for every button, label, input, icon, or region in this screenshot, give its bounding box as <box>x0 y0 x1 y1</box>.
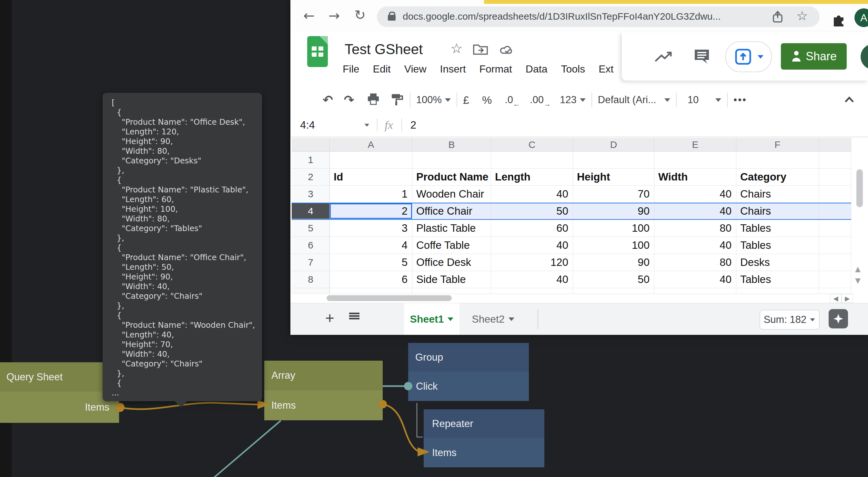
cell[interactable]: Desks <box>736 254 819 271</box>
port-items-in[interactable]: Items <box>424 438 545 467</box>
cell[interactable] <box>330 151 412 169</box>
font-family-select[interactable]: Default (Ari... <box>598 94 661 106</box>
column-header-D[interactable]: D <box>573 138 654 151</box>
cell[interactable] <box>819 185 851 203</box>
scroll-up-icon[interactable]: ▲ <box>855 265 861 273</box>
sum-indicator[interactable]: Sum: 182 <box>760 310 819 330</box>
wire-querysheet-array[interactable] <box>120 403 258 409</box>
format-currency-button[interactable]: £ <box>463 94 469 106</box>
row-header-3[interactable]: 3 <box>292 185 330 203</box>
address-bar[interactable]: docs.google.com/spreadsheets/d/1D3IRuxIl… <box>377 6 819 27</box>
number-format-button[interactable]: 123 <box>560 94 577 106</box>
share-button[interactable]: Share <box>781 43 847 70</box>
horizontal-scrollbar[interactable] <box>327 295 452 301</box>
cell[interactable]: Wooden Chair <box>412 185 491 203</box>
cell[interactable] <box>819 151 851 169</box>
sheets-logo-icon[interactable] <box>307 36 328 67</box>
cell[interactable]: 90 <box>573 203 654 219</box>
cell[interactable] <box>819 220 851 237</box>
more-toolbar-button[interactable]: ••• <box>734 94 747 106</box>
row-header-5[interactable]: 5 <box>292 220 330 237</box>
port-items-in[interactable]: Items <box>264 390 383 420</box>
port-click[interactable]: Click <box>408 372 529 401</box>
cell[interactable]: 70 <box>573 185 654 203</box>
move-folder-icon[interactable] <box>473 43 488 57</box>
cell[interactable] <box>736 151 819 169</box>
cell[interactable]: Category <box>736 169 819 185</box>
spreadsheet-stats-icon[interactable] <box>654 50 673 65</box>
cell[interactable]: Office Desk <box>412 254 491 271</box>
cell[interactable]: 50 <box>491 203 573 219</box>
cell[interactable] <box>819 237 851 254</box>
cell[interactable] <box>412 151 491 169</box>
format-percent-button[interactable]: % <box>482 94 492 106</box>
menu-edit[interactable]: Edit <box>373 63 391 75</box>
present-to-meeting-button[interactable] <box>725 41 772 72</box>
cell[interactable]: Tables <box>736 271 819 288</box>
node-group[interactable]: Group Click <box>408 343 529 401</box>
cell[interactable] <box>819 254 851 271</box>
cell[interactable]: Tables <box>736 220 819 237</box>
cell[interactable]: 50 <box>573 271 654 288</box>
cell[interactable]: 40 <box>491 271 573 288</box>
print-icon[interactable] <box>367 93 380 107</box>
node-query-sheet[interactable]: Query Sheet Items <box>0 362 119 423</box>
tab-sheet2[interactable]: Sheet2 <box>467 303 519 335</box>
column-header-C[interactable]: C <box>491 138 573 151</box>
decrease-decimal-button[interactable]: .0 <box>505 94 513 106</box>
scroll-left-icon[interactable]: ◀ <box>830 294 841 303</box>
redo-icon[interactable]: ↷ <box>344 93 354 107</box>
cell[interactable]: 4 <box>330 237 412 254</box>
cell[interactable]: Office Chair <box>412 203 491 219</box>
explore-button[interactable] <box>829 309 848 329</box>
cell[interactable]: 60 <box>491 220 573 237</box>
cell[interactable] <box>654 151 736 169</box>
cell[interactable]: 40 <box>491 185 573 203</box>
cell[interactable]: 90 <box>573 254 654 271</box>
bookmark-star-icon[interactable]: ☆ <box>796 8 808 23</box>
row-header-4[interactable]: 4 <box>292 203 330 219</box>
column-header-A[interactable]: A <box>330 138 412 151</box>
menu-view[interactable]: View <box>404 63 427 75</box>
cell[interactable]: Height <box>573 169 654 185</box>
cell[interactable] <box>819 203 851 219</box>
comment-icon[interactable] <box>693 48 711 66</box>
port-items-out[interactable]: Items <box>0 391 119 423</box>
tab-sheet1[interactable]: Sheet1 <box>404 303 460 335</box>
menu-tools[interactable]: Tools <box>561 63 585 75</box>
column-header-E[interactable]: E <box>654 138 736 151</box>
row-header-6[interactable]: 6 <box>292 237 330 254</box>
cell[interactable] <box>819 271 851 288</box>
wire-array-offscreen[interactable] <box>214 420 281 477</box>
row-header-2[interactable]: 2 <box>292 169 330 185</box>
wire-array-repeater[interactable] <box>383 404 418 451</box>
formula-input[interactable]: 2 <box>410 119 416 131</box>
cell[interactable]: 40 <box>654 271 736 288</box>
back-icon[interactable]: ← <box>303 8 315 24</box>
cell[interactable]: Chairs <box>736 185 819 203</box>
collapse-toolbar-icon[interactable] <box>844 96 855 104</box>
cell[interactable]: 40 <box>654 185 736 203</box>
undo-icon[interactable]: ↶ <box>323 93 333 107</box>
zoom-select[interactable]: 100% <box>416 94 442 106</box>
menu-file[interactable]: File <box>343 63 360 75</box>
corner-cell[interactable] <box>292 138 330 151</box>
paint-format-icon[interactable] <box>391 93 404 107</box>
cell[interactable]: Tables <box>736 237 819 254</box>
column-header-B[interactable]: B <box>412 138 491 151</box>
menu-extensions[interactable]: Ext <box>598 63 613 75</box>
account-avatar-partial[interactable] <box>861 44 868 70</box>
increase-decimal-button[interactable]: .00 <box>530 94 544 106</box>
reload-icon[interactable]: ↻ <box>354 7 366 23</box>
cell[interactable]: 1 <box>330 185 412 203</box>
node-array[interactable]: Array Items <box>264 361 383 420</box>
row-header-8[interactable]: 8 <box>292 271 330 288</box>
star-document-icon[interactable]: ☆ <box>451 41 463 57</box>
scroll-down-icon[interactable]: ▼ <box>855 276 861 284</box>
document-title[interactable]: Test GSheet <box>345 41 423 57</box>
vertical-scrollbar[interactable] <box>857 169 863 207</box>
cell[interactable]: 3 <box>330 220 412 237</box>
all-sheets-menu-icon[interactable] <box>349 312 360 320</box>
cell[interactable]: 5 <box>330 254 412 271</box>
cell[interactable]: Product Name <box>412 169 491 185</box>
